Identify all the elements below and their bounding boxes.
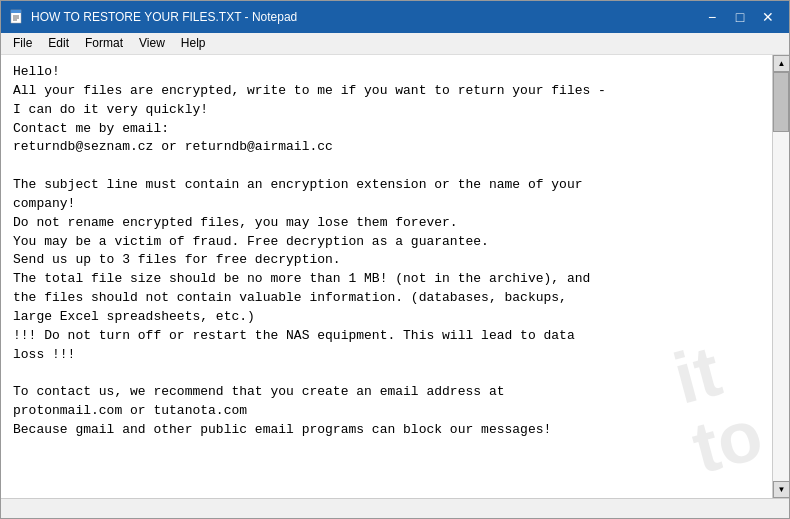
menu-view[interactable]: View [131, 35, 173, 52]
app-icon [9, 9, 25, 25]
scroll-thumb[interactable] [773, 72, 789, 132]
window-title: HOW TO RESTORE YOUR FILES.TXT - Notepad [31, 10, 699, 24]
menu-bar: File Edit Format View Help [1, 33, 789, 55]
notepad-window: HOW TO RESTORE YOUR FILES.TXT - Notepad … [0, 0, 790, 519]
svg-rect-1 [11, 10, 21, 13]
title-bar: HOW TO RESTORE YOUR FILES.TXT - Notepad … [1, 1, 789, 33]
menu-help[interactable]: Help [173, 35, 214, 52]
scroll-track[interactable] [773, 72, 789, 481]
content-area: Hello! All your files are encrypted, wri… [1, 55, 789, 498]
close-button[interactable]: ✕ [755, 7, 781, 27]
minimize-button[interactable]: − [699, 7, 725, 27]
menu-format[interactable]: Format [77, 35, 131, 52]
scrollbar: ▲ ▼ [772, 55, 789, 498]
menu-file[interactable]: File [5, 35, 40, 52]
scroll-up-button[interactable]: ▲ [773, 55, 789, 72]
status-bar [1, 498, 789, 518]
window-controls: − □ ✕ [699, 7, 781, 27]
menu-edit[interactable]: Edit [40, 35, 77, 52]
text-editor[interactable]: Hello! All your files are encrypted, wri… [1, 55, 772, 498]
maximize-button[interactable]: □ [727, 7, 753, 27]
watermark: itto [667, 328, 770, 485]
scroll-down-button[interactable]: ▼ [773, 481, 789, 498]
